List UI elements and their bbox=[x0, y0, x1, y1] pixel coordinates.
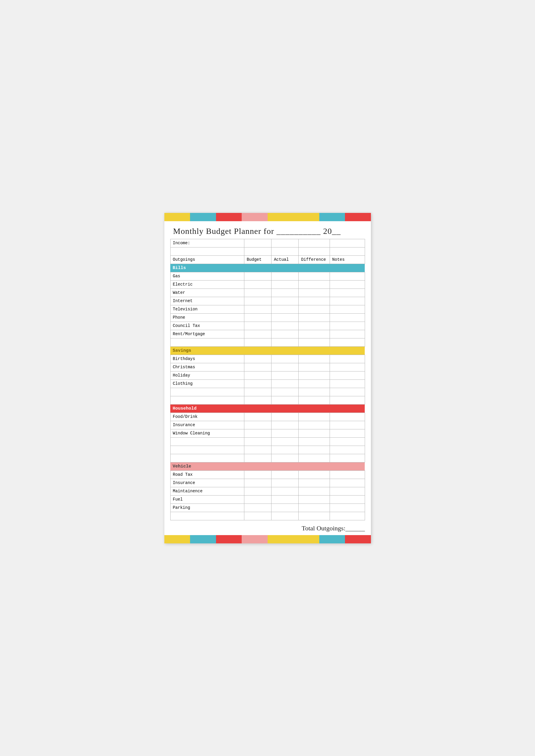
empty-row-vehicle-1 bbox=[170, 512, 365, 520]
table-row: Holiday bbox=[170, 371, 365, 379]
bar-bottom-teal2 bbox=[319, 535, 345, 543]
row-label: Holiday bbox=[170, 371, 244, 379]
empty-row-bills-1 bbox=[170, 338, 365, 347]
title-area: Monthly Budget Planner for __________ 20… bbox=[164, 221, 371, 239]
table-row: Water bbox=[170, 288, 365, 297]
bar-bottom-yellow3 bbox=[293, 535, 319, 543]
table-row: Insurance bbox=[170, 479, 365, 487]
bar-pink1 bbox=[242, 213, 268, 221]
bar-yellow2 bbox=[268, 213, 294, 221]
vehicle-label: Vehicle bbox=[170, 462, 365, 470]
vehicle-header-row: Vehicle bbox=[170, 462, 365, 470]
row-label: Water bbox=[170, 288, 244, 297]
row-label: Fuel bbox=[170, 495, 244, 503]
row-label: Road Tax bbox=[170, 470, 244, 479]
income-notes bbox=[330, 239, 365, 247]
bar-teal1 bbox=[190, 213, 216, 221]
page: Monthly Budget Planner for __________ 20… bbox=[164, 213, 371, 543]
table-row: Christmas bbox=[170, 363, 365, 371]
bottom-color-bar bbox=[164, 535, 371, 543]
income-actual bbox=[271, 239, 299, 247]
budget-table: Income: Outgoings Budget Actual Differen… bbox=[170, 239, 365, 520]
table-row: Insurance bbox=[170, 421, 365, 429]
empty-row-savings-1 bbox=[170, 388, 365, 396]
row-label: Birthdays bbox=[170, 355, 244, 363]
page-title: Monthly Budget Planner for __________ 20… bbox=[173, 227, 362, 236]
table-row: Clothing bbox=[170, 379, 365, 388]
bar-bottom-yellow1 bbox=[164, 535, 190, 543]
bar-bottom-yellow2 bbox=[268, 535, 294, 543]
bills-label: Bills bbox=[170, 264, 365, 272]
bar-yellow3 bbox=[293, 213, 319, 221]
row-label: Christmas bbox=[170, 363, 244, 371]
table-row: Rent/Mortgage bbox=[170, 330, 365, 338]
bar-red2 bbox=[345, 213, 371, 221]
col-actual: Actual bbox=[271, 256, 299, 264]
bar-yellow1 bbox=[164, 213, 190, 221]
bills-header-row: Bills bbox=[170, 264, 365, 272]
table-row: Birthdays bbox=[170, 355, 365, 363]
total-label: Total Outgoings:______ bbox=[301, 525, 365, 532]
row-label: Television bbox=[170, 305, 244, 313]
row-label: Food/Drink bbox=[170, 412, 244, 421]
row-label: Electric bbox=[170, 280, 244, 288]
bar-bottom-red2 bbox=[345, 535, 371, 543]
savings-label: Savings bbox=[170, 347, 365, 355]
table-row: Television bbox=[170, 305, 365, 313]
row-label: Parking bbox=[170, 503, 244, 512]
col-difference: Difference bbox=[299, 256, 330, 264]
row-label: Insurance bbox=[170, 421, 244, 429]
empty-row-1 bbox=[170, 247, 365, 256]
savings-header-row: Savings bbox=[170, 347, 365, 355]
table-row: Internet bbox=[170, 297, 365, 305]
row-label: Rent/Mortgage bbox=[170, 330, 244, 338]
row-label: Phone bbox=[170, 313, 244, 321]
table-row: Maintainence bbox=[170, 487, 365, 495]
table-row: Road Tax bbox=[170, 470, 365, 479]
column-header-row: Outgoings Budget Actual Difference Notes bbox=[170, 256, 365, 264]
income-row: Income: bbox=[170, 239, 365, 247]
row-label: Insurance bbox=[170, 479, 244, 487]
table-row: Electric bbox=[170, 280, 365, 288]
table-row: Council Tax bbox=[170, 321, 365, 330]
table-row: Gas bbox=[170, 272, 365, 280]
total-area: Total Outgoings:______ bbox=[164, 523, 371, 535]
row-label: Maintainence bbox=[170, 487, 244, 495]
table-row: Fuel bbox=[170, 495, 365, 503]
row-label: Window Cleaning bbox=[170, 429, 244, 438]
bar-bottom-red1 bbox=[216, 535, 242, 543]
bar-bottom-teal1 bbox=[190, 535, 216, 543]
bar-bottom-pink1 bbox=[242, 535, 268, 543]
income-budget bbox=[244, 239, 271, 247]
table-row: Window Cleaning bbox=[170, 429, 365, 438]
empty-row-household-1 bbox=[170, 438, 365, 446]
household-label: Household bbox=[170, 404, 365, 412]
col-notes: Notes bbox=[330, 256, 365, 264]
table-row: Phone bbox=[170, 313, 365, 321]
row-label: Clothing bbox=[170, 379, 244, 388]
bar-teal2 bbox=[319, 213, 345, 221]
empty-row-household-3 bbox=[170, 454, 365, 462]
table-container: Income: Outgoings Budget Actual Differen… bbox=[164, 239, 371, 523]
table-row: Food/Drink bbox=[170, 412, 365, 421]
income-diff bbox=[299, 239, 330, 247]
empty-row-household-2 bbox=[170, 446, 365, 454]
top-color-bar bbox=[164, 213, 371, 221]
bar-red1 bbox=[216, 213, 242, 221]
row-label: Gas bbox=[170, 272, 244, 280]
table-row: Parking bbox=[170, 503, 365, 512]
income-label: Income: bbox=[170, 239, 244, 247]
col-outgoings: Outgoings bbox=[170, 256, 244, 264]
row-label: Internet bbox=[170, 297, 244, 305]
row-label: Council Tax bbox=[170, 321, 244, 330]
household-header-row: Household bbox=[170, 404, 365, 412]
col-budget: Budget bbox=[244, 256, 271, 264]
empty-row-savings-2 bbox=[170, 396, 365, 404]
